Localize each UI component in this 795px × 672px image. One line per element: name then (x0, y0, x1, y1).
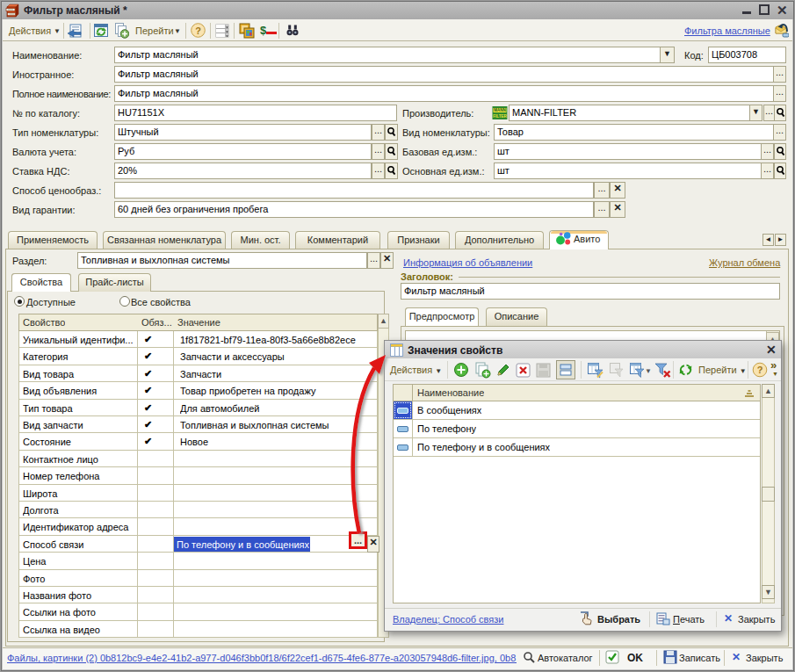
svg-text:?: ? (757, 365, 763, 375)
svg-text:FILTER: FILTER (493, 114, 507, 119)
svg-text:MANN: MANN (494, 108, 506, 112)
svg-text:?: ? (195, 25, 201, 36)
